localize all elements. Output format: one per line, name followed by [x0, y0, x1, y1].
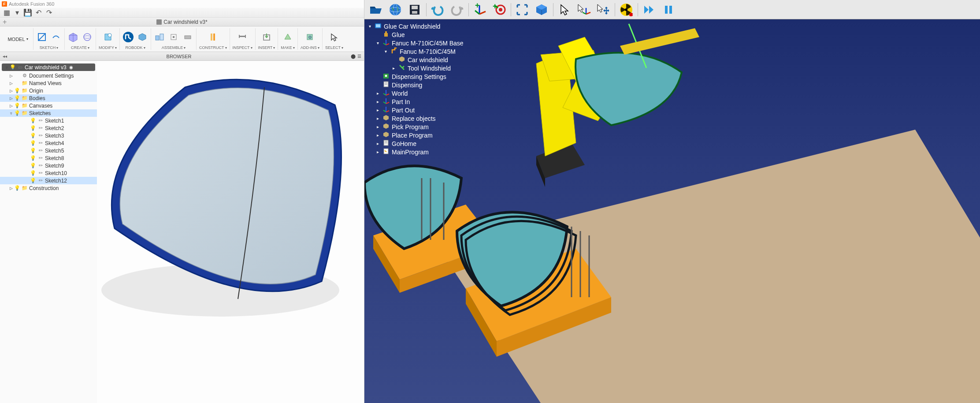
tree-root[interactable]: ▿💡▭ Car windshield v3 ◉ [2, 63, 95, 71]
expander-icon[interactable]: ▷ [9, 96, 13, 101]
visibility-bulb-icon[interactable]: 💡 [14, 95, 20, 101]
visibility-bulb-icon[interactable]: 💡 [30, 133, 36, 138]
robodk-tree-row[interactable]: Dispensing [367, 81, 464, 89]
visibility-bulb-icon[interactable]: 💡 [30, 140, 36, 146]
robodk-tree-row[interactable]: ▸ Place Program [367, 131, 464, 139]
visibility-bulb-icon[interactable]: 💡 [30, 118, 36, 123]
ribbon-group-construct[interactable]: CONSTRUCT [197, 28, 230, 50]
robodk-tree-row[interactable]: ▸ Part Out [367, 106, 464, 114]
browser-panel-header[interactable]: ◂◂ BROWSER ⬤☰ [0, 52, 364, 61]
expander-icon[interactable]: ▸ [375, 141, 380, 146]
ribbon-group-select[interactable]: SELECT [323, 28, 346, 50]
expander-icon[interactable]: ▸ [375, 91, 380, 96]
browser-settings-icon[interactable]: ⬤ [351, 54, 356, 59]
tree-row[interactable]: 💡 ✏ Sketch12 [0, 177, 97, 184]
visibility-bulb-icon[interactable]: 💡 [30, 125, 36, 131]
document-tab-title[interactable]: Car windshield v3* [163, 19, 207, 25]
robodk-tree-row[interactable]: ▸ MainProgram [367, 148, 464, 156]
robodk-tree-row[interactable]: ▸ Tool Windshield [367, 64, 464, 72]
ribbon-group-create[interactable]: CREATE [65, 28, 96, 50]
new-tab-icon[interactable]: + [3, 18, 7, 26]
visibility-bulb-icon[interactable]: 💡 [14, 185, 20, 191]
ribbon-group-robodk[interactable]: ROBODK [120, 28, 151, 50]
tree-row[interactable]: ▿ 💡 📁 Sketches [0, 109, 97, 117]
undo-icon[interactable]: ↶ [33, 9, 43, 17]
collapse-left-icon[interactable]: ◂◂ [3, 54, 7, 59]
ribbon-group-modify[interactable]: MODIFY [96, 28, 120, 50]
add-frame-icon[interactable]: + [470, 1, 490, 19]
iso-icon[interactable] [532, 1, 551, 19]
robodk-icon[interactable] [122, 31, 134, 43]
expander-icon[interactable]: ▷ [9, 186, 13, 190]
sketch-icon[interactable] [36, 31, 48, 43]
robodk-tree-row[interactable]: ▾ Fanuc M-710iC/45M Base [367, 39, 464, 47]
visibility-bulb-icon[interactable]: 💡 [30, 170, 36, 176]
robodk-tree-row[interactable]: ▾ Glue Car Windshield [367, 22, 464, 30]
open-icon[interactable] [366, 1, 386, 19]
expander-icon[interactable]: ▸ [375, 108, 380, 112]
world-icon[interactable] [386, 1, 405, 19]
tree-row[interactable]: ▷ 💡 📁 Bodies [0, 94, 97, 102]
ribbon-group-make[interactable]: MAKE [278, 28, 298, 50]
tree-row[interactable]: ▷ 💡 📁 Origin [0, 87, 97, 94]
ribbon-group-add-ins[interactable]: ⚙ ADD-INS [298, 28, 323, 50]
robodk-tree-row[interactable]: ▸ Pick Program [367, 123, 464, 131]
expander-icon[interactable]: ▸ [375, 116, 380, 121]
visibility-bulb-icon[interactable]: 💡 [14, 110, 20, 116]
save-icon[interactable] [405, 1, 424, 19]
tree-row[interactable]: ▷ 💡 📁 Canvases [0, 102, 97, 109]
add-target-icon[interactable]: + [490, 1, 509, 19]
tree-row[interactable]: 💡 ✏ Sketch5 [0, 147, 97, 154]
tree-row[interactable]: 💡 ✏ Sketch8 [0, 154, 97, 162]
visibility-bulb-icon[interactable]: 💡 [14, 88, 20, 93]
select-axes-icon[interactable] [574, 1, 594, 19]
tree-row[interactable]: 💡 ✏ Sketch10 [0, 169, 97, 177]
browser-menu-icon[interactable]: ☰ [357, 54, 361, 59]
tree-row[interactable]: 💡 ✏ Sketch4 [0, 139, 97, 147]
robodk-tree-row[interactable]: ▸ GoHome [367, 139, 464, 148]
expander-icon[interactable]: ▷ [9, 74, 13, 78]
tree-row[interactable]: ▷ 📁 Named Views [0, 79, 97, 87]
robodk-tree-row[interactable]: Dispensing Settings [367, 72, 464, 81]
ribbon-group-sketch[interactable]: SKETCH [33, 28, 65, 50]
insert-icon[interactable] [261, 31, 272, 43]
select-move-icon[interactable] [594, 1, 613, 19]
grid-icon[interactable]: ▦ [2, 9, 11, 17]
expander-icon[interactable]: ▸ [375, 124, 380, 129]
file-icon[interactable]: ▾ [12, 9, 22, 17]
assemble-icon[interactable] [154, 31, 165, 43]
robodk-tree-row[interactable]: ▸ World [367, 89, 464, 97]
make-icon[interactable] [282, 31, 293, 43]
undo-icon[interactable] [428, 1, 447, 19]
fit-all-icon[interactable] [512, 1, 532, 19]
visibility-bulb-icon[interactable]: 💡 [14, 103, 20, 108]
robodk-tree-row[interactable]: ▸ Replace objects [367, 114, 464, 123]
expander-icon[interactable]: ▸ [391, 66, 396, 71]
tree-row[interactable]: ▷ 💡 📁 Construction [0, 184, 97, 192]
visibility-bulb-icon[interactable]: 💡 [30, 148, 36, 153]
tree-row[interactable]: 💡 ✏ Sketch9 [0, 162, 97, 169]
expander-icon[interactable]: ▷ [9, 89, 13, 93]
tree-row[interactable]: 💡 ✏ Sketch2 [0, 124, 97, 132]
visibility-bulb-icon[interactable]: 💡 [30, 155, 36, 161]
ribbon-group-inspect[interactable]: INSPECT [230, 28, 256, 50]
workspace-switcher[interactable]: MODEL▾ [3, 28, 33, 50]
addins-icon[interactable]: ⚙ [304, 31, 316, 43]
robodk-tree-row[interactable]: ▾ Fanuc M-710iC/45M [367, 47, 464, 56]
expander-icon[interactable]: ▸ [375, 133, 380, 138]
ribbon-group-insert[interactable]: INSERT [256, 28, 278, 50]
expander-icon[interactable]: ▾ [375, 41, 380, 45]
visibility-bulb-icon[interactable]: 💡 [30, 163, 36, 168]
robodk-tree-row[interactable]: Glue [367, 30, 464, 39]
expander-icon[interactable]: ▿ [9, 111, 13, 116]
inspect-icon[interactable] [237, 31, 248, 43]
select-icon[interactable] [555, 1, 574, 19]
ribbon-group-assemble[interactable]: ASSEMBLE [151, 28, 197, 50]
pause-icon[interactable] [659, 1, 678, 19]
expander-icon[interactable]: ▾ [383, 49, 388, 54]
robodk-tree-row[interactable]: ▸ Part In [367, 97, 464, 106]
expander-icon[interactable]: ▸ [375, 99, 380, 104]
robodk-tree-row[interactable]: Car windshield [367, 56, 464, 64]
expander-icon[interactable]: ▷ [9, 81, 13, 86]
save-icon[interactable]: 💾 [23, 9, 33, 17]
